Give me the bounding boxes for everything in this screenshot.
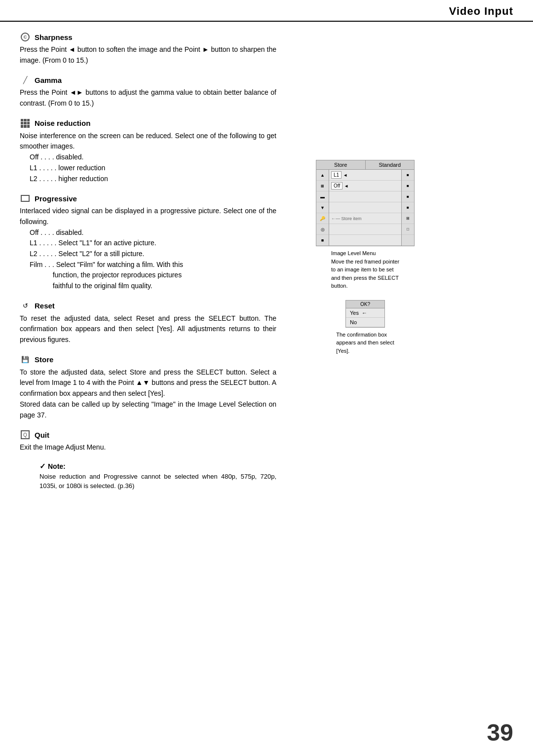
- note-section: ✓Note: Noise reduction and Progressive c…: [20, 462, 276, 491]
- row-l1-arrow: ◄: [343, 173, 347, 178]
- reset-icon: ↺: [20, 301, 31, 311]
- store-item-label: ←— Store item: [331, 216, 362, 221]
- caption-line-4: and then press the SELECT: [331, 275, 399, 281]
- confirm-caption-1: The confirmation box: [336, 332, 387, 338]
- page-number: 39: [487, 719, 513, 746]
- caption-line-3: to an image item to be set: [331, 266, 394, 272]
- menu-icons-col: ▲ ▦ ▬ ▼ 🔑 ◎ ■: [316, 170, 329, 246]
- menu-icon-grid: ▦: [316, 181, 329, 191]
- menu-icon-key: 🔑: [316, 213, 329, 224]
- confirm-caption-2: appears and then select: [336, 340, 394, 345]
- page-header: Video Input: [0, 0, 533, 22]
- section-reset: ↺ Reset To reset the adjusted data, sele…: [20, 301, 276, 345]
- confirm-no-row: No: [346, 318, 384, 327]
- confirm-yes-label: Yes: [350, 310, 359, 316]
- menu-row-4: [329, 202, 401, 213]
- menu-icon-circle: ◎: [316, 224, 329, 235]
- confirm-title: OK?: [346, 301, 384, 308]
- menu-icon-square: ■: [316, 235, 329, 246]
- menu-row-6: [329, 224, 401, 235]
- menu-row-l1: L1 ◄: [329, 170, 401, 181]
- menu-row-7: [329, 235, 401, 246]
- confirm-caption-3: [Yes].: [336, 348, 349, 354]
- noise-reduction-icon: [20, 118, 31, 129]
- menu-icon-down: ▼: [316, 202, 329, 213]
- quit-icon: Q: [20, 429, 31, 440]
- row-off-value: Off: [331, 182, 343, 189]
- store-icon: 💾: [20, 354, 31, 365]
- confirm-no-label: No: [350, 319, 357, 325]
- noise-item-2: L1 . . . . . lower reduction: [30, 164, 105, 172]
- progressive-icon: [20, 193, 31, 204]
- store-body: To store the adjusted data, select Store…: [20, 367, 276, 420]
- quit-body: Exit the Image Adjust Menu.: [20, 442, 276, 453]
- image-level-menu-mockup: Store Standard ▲ ▦ ▬ ▼ 🔑 ◎ ■ L1: [316, 160, 415, 246]
- right-column: Store Standard ▲ ▦ ▬ ▼ 🔑 ◎ ■ L1: [291, 32, 439, 491]
- quit-title: Quit: [35, 431, 49, 439]
- sharpness-icon: C: [20, 32, 31, 42]
- section-progressive: Progressive Interlaced video signal can …: [20, 193, 276, 292]
- caption-line-1: Image Level Menu: [331, 250, 376, 256]
- page-title: Video Input: [449, 5, 513, 18]
- menu-rows: ▲ ▦ ▬ ▼ 🔑 ◎ ■ L1 ◄ Off ◄: [316, 170, 414, 246]
- right-cell-6: □: [402, 224, 414, 235]
- gamma-title: Gamma: [35, 76, 62, 84]
- menu-row-off: Off ◄: [329, 181, 401, 191]
- section-sharpness: C Sharpness Press the Point ◄ button to …: [20, 32, 276, 66]
- reset-body: To reset the adjusted data, select Reset…: [20, 313, 276, 345]
- section-gamma: ╱ Gamma Press the Point ◄► buttons to ad…: [20, 75, 276, 109]
- menu-row-3: [329, 191, 401, 202]
- row-l1-value: L1: [331, 171, 342, 179]
- right-cell-3: ■: [402, 191, 414, 202]
- noise-reduction-title: Noise reduction: [35, 119, 90, 127]
- note-title: ✓Note:: [39, 462, 276, 471]
- row-off-arrow: ◄: [344, 184, 348, 189]
- caption-line-5: button.: [331, 283, 348, 289]
- right-cell-7: [402, 235, 414, 246]
- progressive-body: Interlaced video signal can be displayed…: [20, 206, 276, 292]
- menu-top-bar: Store Standard: [316, 160, 414, 170]
- image-level-caption: Image Level Menu Move the red framed poi…: [331, 249, 399, 290]
- store-title: Store: [35, 355, 53, 364]
- sharpness-body: Press the Point ◄ button to soften the i…: [20, 44, 276, 66]
- reset-title: Reset: [35, 302, 55, 310]
- menu-icon-rect: ▬: [316, 191, 329, 202]
- left-column: C Sharpness Press the Point ◄ button to …: [20, 32, 276, 491]
- menu-right-col: ■ ■ ■ ■ ⊞ □: [401, 170, 414, 246]
- confirm-yes-row: Yes ←: [346, 308, 384, 318]
- gamma-body: Press the Point ◄► buttons to adjust the…: [20, 87, 276, 109]
- menu-store-tab: Store: [316, 160, 366, 169]
- noise-item-1: Off . . . . disabled.: [30, 153, 83, 161]
- prog-item-3: L2 . . . . . Select "L2" for a still pic…: [30, 250, 144, 258]
- gamma-icon: ╱: [20, 75, 31, 85]
- noise-reduction-body: Noise interference on the screen can be …: [20, 131, 276, 184]
- menu-icon-up: ▲: [316, 170, 329, 181]
- section-quit: Q Quit Exit the Image Adjust Menu.: [20, 429, 276, 453]
- right-cell-2: ■: [402, 181, 414, 191]
- confirmation-box: OK? Yes ← No: [345, 300, 385, 328]
- menu-main-col: L1 ◄ Off ◄ ←— Store item: [329, 170, 401, 246]
- section-store: 💾 Store To store the adjusted data, sele…: [20, 354, 276, 420]
- right-cell-5: ⊞: [402, 213, 414, 224]
- prog-item-1: Off . . . . disabled.: [30, 228, 83, 236]
- confirm-arrow: ←: [362, 310, 367, 316]
- right-cell-1: ■: [402, 170, 414, 181]
- main-content: C Sharpness Press the Point ◄ button to …: [0, 22, 533, 491]
- section-noise-reduction: Noise reduction Noise interference on th…: [20, 118, 276, 184]
- prog-item-2: L1 . . . . . Select "L1" for an active p…: [30, 239, 156, 247]
- sharpness-title: Sharpness: [35, 33, 73, 41]
- right-cell-4: ■: [402, 202, 414, 213]
- noise-item-3: L2 . . . . . higher reduction: [30, 175, 108, 183]
- note-body: Noise reduction and Progressive cannot b…: [39, 472, 276, 491]
- prog-item-4: Film . . . Select "Film" for watching a …: [30, 261, 183, 290]
- confirm-caption: The confirmation box appears and then se…: [336, 331, 394, 355]
- caption-line-2: Move the red framed pointer: [331, 259, 399, 265]
- menu-row-5: ←— Store item: [329, 213, 401, 224]
- progressive-title: Progressive: [35, 194, 77, 203]
- menu-standard-tab: Standard: [366, 160, 415, 169]
